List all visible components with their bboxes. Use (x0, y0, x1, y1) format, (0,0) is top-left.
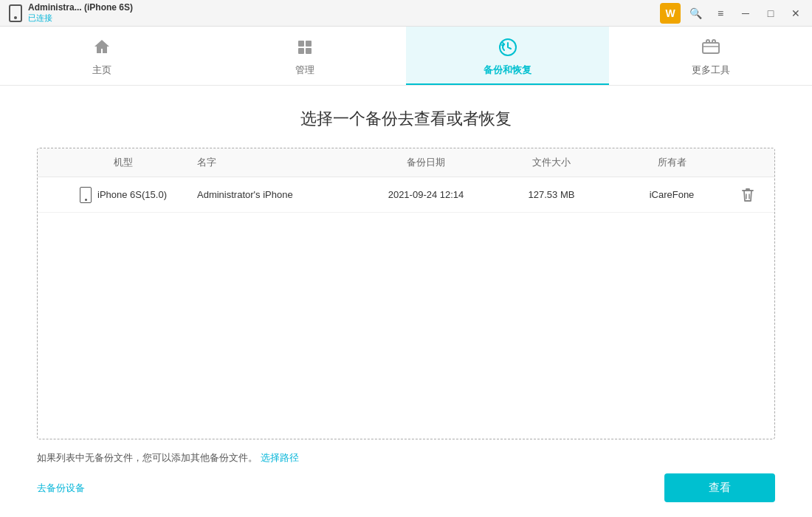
page-title: 选择一个备份去查看或者恢复 (37, 108, 775, 130)
search-button[interactable]: 🔍 (685, 3, 706, 24)
svg-rect-0 (298, 41, 304, 47)
manage-icon (293, 35, 317, 59)
select-path-link[interactable]: 选择路径 (261, 452, 299, 463)
cell-owner: iCareFone (610, 189, 733, 200)
view-button[interactable]: 查看 (664, 473, 775, 502)
cell-type: iPhone 6S(15.0) (49, 187, 197, 203)
footer: 如果列表中无备份文件，您可以添加其他备份文件。 选择路径 去备份设备 查看 (37, 451, 775, 502)
device-status: 已连接 (28, 13, 133, 24)
nav-label-backup: 备份和恢复 (484, 64, 531, 77)
table-header: 机型 名字 备份日期 文件大小 所有者 (38, 148, 774, 177)
close-button[interactable]: ✕ (785, 3, 806, 24)
navbar: 主页 管理 备份和恢复 (0, 27, 812, 86)
device-name: Administra... (iPhone 6S) (28, 2, 133, 13)
header-size: 文件大小 (492, 156, 610, 169)
tools-icon (699, 35, 723, 59)
nav-label-manage: 管理 (295, 64, 314, 77)
cell-name: Administrator's iPhone (197, 189, 359, 200)
svg-rect-2 (298, 48, 304, 54)
header-date: 备份日期 (359, 156, 492, 169)
table-body: iPhone 6S(15.0) Administrator's iPhone 2… (38, 177, 774, 439)
nav-label-home: 主页 (92, 64, 111, 77)
backup-table: 机型 名字 备份日期 文件大小 所有者 iPhone 6S(15.0) Admi… (37, 148, 775, 439)
table-row[interactable]: iPhone 6S(15.0) Administrator's iPhone 2… (38, 177, 774, 213)
titlebar-right: W 🔍 ≡ ─ □ ✕ (660, 3, 806, 24)
home-icon (90, 35, 114, 59)
svg-rect-3 (306, 48, 312, 54)
device-model: iPhone 6S(15.0) (97, 189, 167, 200)
nav-item-tools[interactable]: 更多工具 (609, 27, 812, 85)
go-backup-link[interactable]: 去备份设备 (37, 482, 85, 495)
nav-item-home[interactable]: 主页 (0, 27, 203, 85)
nav-item-backup[interactable]: 备份和恢复 (406, 27, 609, 85)
footer-actions: 去备份设备 查看 (37, 473, 775, 502)
device-info: Administra... (iPhone 6S) 已连接 (28, 2, 133, 24)
phone-row-icon (80, 187, 92, 203)
svg-rect-1 (306, 41, 312, 47)
main-content: 选择一个备份去查看或者恢复 机型 名字 备份日期 文件大小 所有者 iPhone… (0, 86, 812, 517)
header-name: 名字 (197, 156, 359, 169)
maximize-button[interactable]: □ (760, 3, 781, 24)
nav-label-tools: 更多工具 (692, 64, 730, 77)
nav-item-manage[interactable]: 管理 (203, 27, 406, 85)
delete-button[interactable] (740, 187, 755, 203)
titlebar-left: Administra... (iPhone 6S) 已连接 (9, 2, 133, 24)
backup-icon (496, 35, 520, 59)
cell-size: 127.53 MB (492, 189, 610, 200)
device-icon (9, 4, 22, 22)
cell-action (733, 187, 763, 203)
footer-note: 如果列表中无备份文件，您可以添加其他备份文件。 选择路径 (37, 451, 775, 465)
minimize-button[interactable]: ─ (735, 3, 756, 24)
cell-date: 2021-09-24 12:14 (359, 189, 492, 200)
svg-rect-5 (703, 43, 719, 53)
header-type: 机型 (49, 156, 197, 169)
brand-icon: W (660, 3, 681, 24)
header-owner: 所有者 (610, 156, 733, 169)
titlebar: Administra... (iPhone 6S) 已连接 W 🔍 ≡ ─ □ … (0, 0, 812, 27)
menu-button[interactable]: ≡ (710, 3, 731, 24)
